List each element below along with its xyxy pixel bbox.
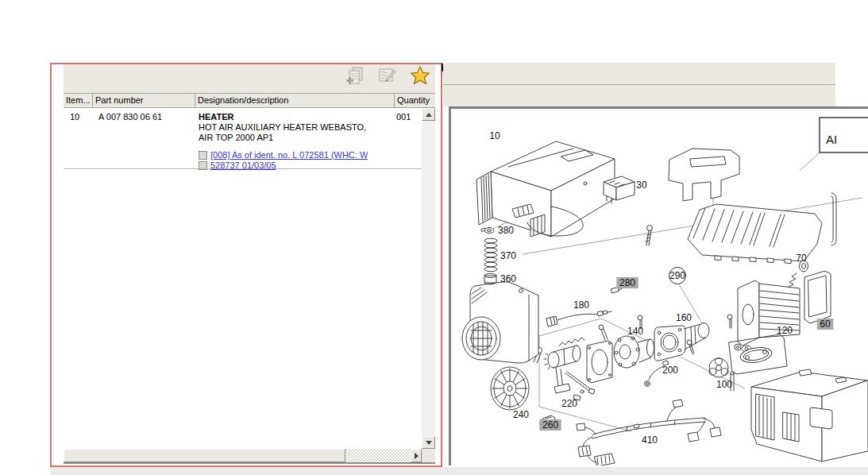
callout-410[interactable]: 410 [642, 434, 658, 446]
designation-line: AIR TOP 2000 AP1 [199, 133, 395, 143]
scrollbar-corner [422, 449, 435, 462]
column-header-part-number[interactable]: Part number [93, 94, 195, 107]
callout-120[interactable]: 120 [777, 325, 793, 336]
arrow-down-icon [426, 441, 432, 445]
svg-text:60: 60 [820, 319, 831, 330]
svg-text:140: 140 [627, 326, 643, 337]
callout-100[interactable]: 100 [716, 379, 732, 390]
diagram-label-text: AI [826, 133, 837, 146]
designation-title: HEATER [199, 112, 395, 122]
callout-70[interactable]: 70 [796, 253, 807, 264]
add-document-icon[interactable] [345, 65, 365, 86]
footnote-link[interactable]: [008] As of ident. no. L 072581 (WHC: W [210, 150, 368, 160]
parts-list-panel: Item... Part number Designation/descript… [50, 63, 442, 467]
callout-240[interactable]: 240 [513, 409, 529, 420]
svg-text:160: 160 [676, 312, 692, 323]
callout-290[interactable]: 290 [669, 268, 686, 284]
diagram-toolbar-strip [443, 63, 835, 85]
svg-text:410: 410 [642, 434, 658, 446]
column-header-designation[interactable]: Designation/description [195, 94, 395, 107]
footnote-page-icon[interactable] [199, 151, 207, 160]
part-frame-60[interactable] [804, 271, 831, 323]
svg-text:70: 70 [796, 253, 807, 264]
part-lower-housing[interactable] [751, 369, 868, 461]
svg-text:200: 200 [662, 365, 678, 376]
scroll-down-button[interactable] [422, 436, 435, 449]
callout-160[interactable]: 160 [676, 312, 692, 323]
part-heat-exchanger-120[interactable] [738, 280, 800, 352]
svg-text:260: 260 [542, 419, 558, 431]
arrow-up-icon [426, 113, 432, 117]
part-stack-380-370-360[interactable] [481, 228, 497, 285]
row-quantity: 001 [395, 108, 422, 171]
svg-text:30: 30 [636, 180, 647, 191]
row-part-number: A 007 830 06 61 [93, 108, 195, 171]
scroll-up-button[interactable] [422, 108, 435, 121]
callout-180[interactable]: 180 [573, 299, 589, 311]
table-row[interactable]: 10 A 007 830 06 61 HEATER HOT AIR AUXILI… [64, 108, 422, 171]
callout-220[interactable]: 220 [561, 398, 577, 409]
svg-text:240: 240 [513, 409, 529, 420]
favorites-star-icon[interactable] [410, 65, 430, 86]
parts-table-header: Item... Part number Designation/descript… [64, 93, 435, 108]
diagram-header-strip [443, 85, 835, 106]
callout-30[interactable]: 30 [636, 180, 647, 191]
part-heater-10[interactable] [476, 141, 615, 237]
svg-text:370: 370 [500, 250, 516, 261]
callout-200[interactable]: 200 [662, 365, 678, 376]
part-gasket[interactable] [587, 341, 612, 383]
parts-table-body: 10 A 007 830 06 61 HEATER HOT AIR AUXILI… [64, 108, 435, 449]
diagram-label-box: AI [820, 118, 868, 153]
svg-text:100: 100 [716, 379, 732, 390]
horizontal-scroll-track[interactable] [345, 449, 411, 462]
designation-line: HOT AIR AUXILIARY HEATER WEBASTO, [199, 122, 395, 133]
callout-260[interactable]: 260 [539, 419, 561, 431]
status-strip [50, 467, 868, 475]
callout-380[interactable]: 380 [498, 225, 514, 236]
arrow-right-icon [415, 453, 419, 459]
part-burner-tube-160[interactable] [654, 323, 709, 361]
row-separator [64, 168, 422, 169]
callout-10[interactable]: 10 [489, 130, 500, 141]
vertical-scrollbar[interactable] [422, 108, 435, 449]
horizontal-scroll-thumb[interactable] [64, 449, 345, 462]
callout-60[interactable]: 60 [817, 319, 834, 330]
row-item-number: 10 [64, 108, 93, 171]
part-flange-140[interactable] [614, 336, 654, 368]
part-harness-410[interactable] [577, 400, 721, 465]
diagram-svg: AI 1030380370360180280290706012016014020… [451, 109, 868, 465]
part-cover-bracket[interactable] [669, 149, 739, 201]
edit-note-icon[interactable] [377, 65, 398, 86]
svg-text:360: 360 [500, 273, 516, 284]
callout-370[interactable]: 370 [500, 250, 516, 261]
callout-360[interactable]: 360 [500, 273, 516, 284]
column-header-item[interactable]: Item... [64, 94, 93, 107]
svg-text:120: 120 [777, 325, 793, 336]
diagram-viewport[interactable]: AI 1030380370360180280290706012016014020… [449, 106, 868, 465]
svg-text:280: 280 [619, 277, 635, 288]
column-header-quantity[interactable]: Quantity [395, 94, 435, 107]
svg-text:180: 180 [573, 299, 589, 311]
part-impeller-240[interactable] [491, 367, 529, 410]
svg-text:220: 220 [561, 398, 577, 409]
parts-list-toolbar [64, 64, 435, 93]
horizontal-scrollbar[interactable] [64, 449, 435, 464]
svg-text:380: 380 [498, 225, 514, 236]
part-seal-strip[interactable] [831, 193, 836, 245]
svg-text:290: 290 [669, 270, 685, 281]
svg-text:10: 10 [489, 130, 500, 141]
callout-280[interactable]: 280 [616, 277, 638, 288]
row-designation: HEATER HOT AIR AUXILIARY HEATER WEBASTO,… [195, 108, 395, 171]
part-blower-housing[interactable] [462, 282, 538, 363]
callout-140[interactable]: 140 [627, 326, 643, 337]
scroll-right-button[interactable] [411, 449, 422, 462]
